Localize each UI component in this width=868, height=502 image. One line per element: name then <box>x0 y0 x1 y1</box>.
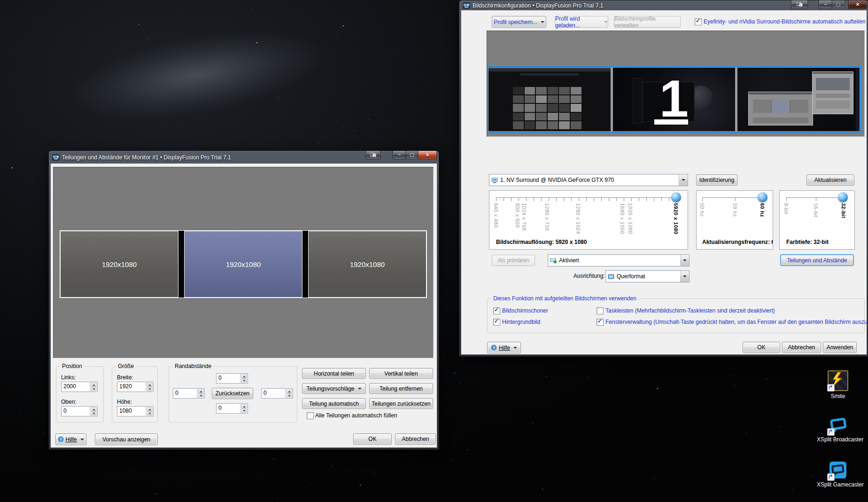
frequency-slider-handle[interactable] <box>758 192 767 202</box>
vertical-split-button[interactable]: Vertikal teilen <box>369 368 433 379</box>
resolution-tick: 1680 x 1050 <box>620 203 625 234</box>
cancel-button[interactable]: Abbrechen <box>782 342 821 353</box>
window-teilungen-und-abstaende: Teilungen und Abstände für Monitor #1 • … <box>48 150 439 450</box>
maximize-button[interactable]: ▢ <box>405 151 419 159</box>
resolution-tick: 1280 x 1024 <box>575 203 581 234</box>
auto-fill-checkbox[interactable]: ✓ <box>307 412 314 419</box>
frequency-tick: 50 hz <box>699 203 705 217</box>
titlebar-extra-button[interactable] <box>366 151 380 159</box>
show-preview-button[interactable]: Vorschau anzeigen <box>95 433 158 445</box>
display-device-dropdown[interactable]: 1. NV Surround @ NVIDIA GeForce GTX 970 <box>489 174 688 186</box>
desktop: Bildschirmkonfiguration • DisplayFusion … <box>0 0 868 502</box>
surround-monitor-thumbnails[interactable]: 1 <box>487 66 861 133</box>
reset-margins-button[interactable]: Zurücksetzen <box>212 388 253 399</box>
browser-toolbar <box>488 68 611 70</box>
oben-spinner[interactable]: 0 <box>61 406 98 416</box>
landscape-icon <box>608 274 614 279</box>
minimize-button[interactable]: – <box>393 151 406 159</box>
orientation-value: Querformat <box>617 273 680 280</box>
displayfusion-app-icon <box>52 154 60 161</box>
ok-button[interactable]: OK <box>353 433 392 445</box>
links-spinner[interactable]: 2000 <box>61 382 98 392</box>
set-primary-button[interactable]: Als primären <box>492 255 535 266</box>
frequency-caption: Aktualisierungsfrequenz: 60 hz <box>702 239 773 245</box>
save-profile-button[interactable]: Profil speichern... <box>492 16 546 28</box>
window-title: Bildschirmkonfiguration • DisplayFusion … <box>473 2 603 9</box>
split-region-center-selected[interactable]: 1920x1080 <box>184 231 302 298</box>
split-region-right[interactable]: 1920x1080 <box>308 231 426 298</box>
desktop-icon-smite[interactable]: Smite <box>817 370 859 400</box>
eyefinity-checkbox[interactable]: ✓ <box>695 18 702 25</box>
margin-left-spinner[interactable]: 0 <box>173 388 205 399</box>
depth-slider-handle[interactable] <box>838 192 848 202</box>
refresh-button[interactable]: Aktualisieren <box>806 174 854 186</box>
dropdown-button[interactable] <box>679 174 688 186</box>
help-button[interactable]: ? Hilfe <box>487 342 521 353</box>
chevron-down-icon <box>541 21 544 23</box>
depth-tick: 8-bit <box>783 203 789 214</box>
shortcut-arrow-icon <box>827 428 835 436</box>
breite-label: Breite: <box>117 374 133 381</box>
screensaver-label: Bildschirmschoner <box>502 307 548 314</box>
reset-splits-button[interactable]: Teilungen zurücksetzen <box>369 398 433 409</box>
monitor-thumb-center[interactable]: 1 <box>612 67 736 132</box>
galaxy-nebula <box>10 0 384 171</box>
close-button[interactable]: ✕ <box>418 151 437 159</box>
apply-button[interactable]: Anwenden <box>823 342 857 353</box>
desktop-icon-xsplit-gamecaster[interactable]: XSplit Gamecaster <box>817 461 859 488</box>
mini-taskbar <box>856 68 860 131</box>
splits-and-padding-button[interactable]: Teilungen und Abstände <box>780 254 854 266</box>
margin-right-spinner[interactable]: 0 <box>261 388 293 399</box>
resolution-slider-handle[interactable] <box>671 192 681 202</box>
hoehe-label: Höhe: <box>117 399 132 405</box>
window-management-checkbox[interactable]: ✓ <box>597 319 604 326</box>
monitor-split-strip: 1920x1080 1920x1080 1920x1080 <box>60 230 427 298</box>
monitor-thumb-right[interactable] <box>737 67 860 132</box>
auto-split-button[interactable]: Teilung automatisch <box>302 398 366 409</box>
maximize-button[interactable]: ▢ <box>831 0 845 9</box>
chevron-down-icon <box>80 439 84 440</box>
monitor-glyph-icon <box>370 153 376 157</box>
wallpaper-checkbox[interactable]: ✓ <box>493 319 500 326</box>
cancel-button[interactable]: Abbrechen <box>395 433 436 445</box>
resolution-caption: Bildschirmauflösung: 5920 x 1080 <box>496 239 587 245</box>
mini-window-config <box>812 71 853 114</box>
resolution-tick: 640 x 480 <box>493 203 499 228</box>
close-button[interactable]: ✕ <box>848 0 867 9</box>
horizontal-split-button[interactable]: Horizontal teilen <box>302 368 366 379</box>
monitor-thumb-left[interactable] <box>488 67 611 132</box>
manage-profiles-button[interactable]: Bildschirmprofile verwalten <box>614 16 681 28</box>
margin-bottom-spinner[interactable]: 0 <box>216 403 248 414</box>
window-management-label: Fensterverwaltung (Umschalt-Taste gedrüc… <box>605 319 868 325</box>
split-functions-group: Dieses Funktion mit aufgeteilten Bildsch… <box>487 298 865 333</box>
desktop-icon-label: XSplit Broadcaster <box>817 436 859 443</box>
depth-tick-selected: 32-bit <box>841 203 846 218</box>
titlebar-extra-button[interactable] <box>791 0 808 9</box>
help-button[interactable]: ? Hilfe <box>55 433 86 445</box>
minimize-button[interactable]: – <box>819 0 832 9</box>
window-bildschirmkonfiguration: Bildschirmkonfiguration • DisplayFusion … <box>459 0 868 357</box>
enabled-value: Aktiviert <box>559 257 680 264</box>
hoehe-spinner[interactable]: 1080 <box>117 406 154 416</box>
taskbars-checkbox[interactable]: ✓ <box>597 307 604 314</box>
screensaver-checkbox[interactable]: ✓ <box>493 307 500 314</box>
shortcut-arrow-icon <box>827 384 835 392</box>
load-profile-button[interactable]: Profil wird geladen... <box>555 16 608 28</box>
browser-searchbar <box>520 73 579 76</box>
identify-button[interactable]: Identifizierung <box>696 174 737 186</box>
monitor-bezel <box>302 231 308 298</box>
frequency-tick-selected: 60 hz <box>760 203 765 217</box>
desktop-icon-xsplit-broadcaster[interactable]: XSplit Broadcaster <box>817 416 859 443</box>
split-region-left[interactable]: 1920x1080 <box>60 231 178 298</box>
dropdown-button[interactable] <box>680 271 689 282</box>
ok-button[interactable]: OK <box>743 342 780 353</box>
region-resolution-label: 1920x1080 <box>102 260 137 268</box>
enabled-dropdown[interactable]: Aktiviert <box>548 254 690 267</box>
split-suggestions-button[interactable]: Teilungsvorschläge <box>302 383 366 394</box>
orientation-dropdown[interactable]: Querformat <box>605 270 690 282</box>
remove-split-button[interactable]: Teilung entfernen <box>369 383 433 394</box>
breite-spinner[interactable]: 1920 <box>117 382 154 392</box>
monitor-glyph-icon <box>797 2 803 7</box>
margin-top-spinner[interactable]: 0 <box>216 373 248 384</box>
dropdown-button[interactable] <box>680 255 689 266</box>
